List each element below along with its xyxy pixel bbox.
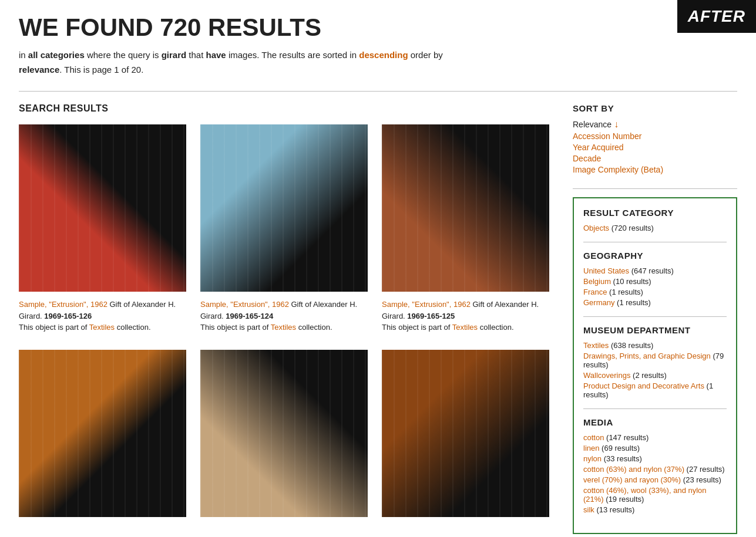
- sidebar-divider-3: [583, 316, 727, 317]
- filter-drawings-link[interactable]: Drawings, Prints, and Graphic Design: [583, 352, 711, 360]
- page-info: relevance. This is page 1 of 20.: [19, 65, 737, 75]
- sort-item-accession[interactable]: Accession Number: [573, 131, 737, 141]
- site-logo: AFTER: [677, 0, 756, 33]
- result-caption-1: Sample, "Extrusion", 1962 Gift of Alexan…: [19, 299, 186, 333]
- accession-3: 1969-165-125: [407, 312, 455, 320]
- filter-cotton-wool-nylon-count: (19 results): [606, 495, 644, 504]
- sort-decade-link[interactable]: Decade: [573, 154, 601, 163]
- filter-france-link[interactable]: France: [583, 288, 607, 296]
- query-label: girard: [162, 50, 187, 60]
- result-item: [382, 350, 549, 524]
- filter-cotton-nylon-link[interactable]: cotton (63%) and nylon (37%): [583, 465, 684, 474]
- filter-verel-count: (23 results): [683, 475, 721, 484]
- sort-item-relevance: Relevance ↓: [573, 119, 737, 130]
- filter-verel-link[interactable]: verel (70%) and rayon (30%): [583, 475, 681, 484]
- filter-silk[interactable]: silk (13 results): [583, 505, 727, 514]
- filter-objects[interactable]: Objects (720 results): [583, 224, 727, 232]
- filter-cotton-wool-nylon[interactable]: cotton (46%), wool (33%), and nylon (21%…: [583, 486, 727, 504]
- result-title-link-1[interactable]: Sample, "Extrusion", 1962: [19, 300, 107, 309]
- sort-arrow-icon: ↓: [614, 119, 619, 130]
- filter-drawings[interactable]: Drawings, Prints, and Graphic Design (79…: [583, 352, 727, 369]
- result-image-6[interactable]: [382, 350, 549, 517]
- filter-objects-link[interactable]: Objects: [583, 224, 609, 232]
- sort-item-complexity[interactable]: Image Complexity (Beta): [573, 165, 737, 174]
- filter-cotton-nylon[interactable]: cotton (63%) and nylon (37%) (27 results…: [583, 465, 727, 474]
- sort-relevance-label: Relevance: [573, 120, 611, 129]
- result-image-2[interactable]: [200, 124, 368, 292]
- sort-item-decade[interactable]: Decade: [573, 154, 737, 163]
- filter-france[interactable]: France (1 results): [583, 288, 727, 296]
- sort-complexity-link[interactable]: Image Complexity (Beta): [573, 165, 663, 174]
- filter-nylon[interactable]: nylon (33 results): [583, 454, 727, 463]
- filter-box: RESULT CATEGORY Objects (720 results) GE…: [573, 197, 737, 534]
- have-label: have: [206, 50, 226, 60]
- sort-by-title: SORT BY: [573, 103, 737, 113]
- filter-us-link[interactable]: United States: [583, 266, 629, 275]
- filter-germany[interactable]: Germany (1 results): [583, 298, 727, 307]
- collection-link-2[interactable]: Textiles: [271, 323, 296, 332]
- filter-germany-link[interactable]: Germany: [583, 298, 614, 307]
- filter-nylon-count: (33 results): [604, 454, 642, 463]
- accession-2: 1969-165-124: [226, 312, 273, 320]
- filter-cotton-link[interactable]: cotton: [583, 433, 604, 442]
- filter-belgium[interactable]: Belgium (10 results): [583, 277, 727, 286]
- filter-us[interactable]: United States (647 results): [583, 266, 727, 275]
- sort-order-link[interactable]: descending: [359, 50, 408, 60]
- sort-by-section: SORT BY Relevance ↓ Accession Number Yea…: [573, 103, 737, 174]
- result-image-5[interactable]: [200, 350, 368, 517]
- sidebar: SORT BY Relevance ↓ Accession Number Yea…: [573, 103, 737, 537]
- collection-link-1[interactable]: Textiles: [89, 323, 115, 332]
- filter-nylon-link[interactable]: nylon: [583, 454, 602, 463]
- collection-link-3[interactable]: Textiles: [452, 323, 478, 332]
- filter-linen-link[interactable]: linen: [583, 444, 599, 452]
- museum-dept-list: Textiles (638 results) Drawings, Prints,…: [583, 341, 727, 399]
- filter-product-design-link[interactable]: Product Design and Decorative Arts: [583, 381, 704, 390]
- result-image-1[interactable]: [19, 124, 186, 292]
- relevance-label: relevance: [19, 65, 59, 75]
- filter-silk-count: (13 results): [596, 505, 634, 514]
- filter-linen-count: (69 results): [602, 444, 640, 452]
- filter-cotton[interactable]: cotton (147 results): [583, 433, 727, 442]
- filter-germany-count: (1 results): [617, 298, 651, 307]
- filter-product-design[interactable]: Product Design and Decorative Arts (1 re…: [583, 381, 727, 399]
- media-title: MEDIA: [583, 417, 727, 427]
- result-item: Sample, "Extrusion", 1962 Gift of Alexan…: [382, 124, 549, 333]
- filter-belgium-link[interactable]: Belgium: [583, 277, 611, 286]
- filter-linen[interactable]: linen (69 results): [583, 444, 727, 452]
- sort-list: Relevance ↓ Accession Number Year Acquir…: [573, 119, 737, 174]
- result-item: [200, 350, 368, 524]
- sort-item-year[interactable]: Year Acquired: [573, 143, 737, 152]
- content-layout: SEARCH RESULTS Sample, "Extrusion", 1962…: [19, 103, 737, 537]
- sidebar-divider-4: [583, 408, 727, 409]
- result-title-link-3[interactable]: Sample, "Extrusion", 1962: [382, 300, 471, 309]
- result-category-title: RESULT CATEGORY: [583, 208, 727, 218]
- results-grid: Sample, "Extrusion", 1962 Gift of Alexan…: [19, 124, 549, 524]
- filter-wallcoverings-count: (2 results): [633, 371, 667, 380]
- category-label: all categories: [28, 50, 85, 60]
- result-image-4[interactable]: [19, 350, 186, 517]
- filter-wallcoverings[interactable]: Wallcoverings (2 results): [583, 371, 727, 380]
- sort-accession-link[interactable]: Accession Number: [573, 131, 642, 141]
- geography-title: GEOGRAPHY: [583, 251, 727, 261]
- sidebar-divider-1: [573, 188, 737, 189]
- sidebar-divider-2: [583, 242, 727, 242]
- filter-textiles[interactable]: Textiles (638 results): [583, 341, 727, 350]
- sort-year-link[interactable]: Year Acquired: [573, 143, 624, 152]
- filter-verel[interactable]: verel (70%) and rayon (30%) (23 results): [583, 475, 727, 484]
- filter-textiles-link[interactable]: Textiles: [583, 341, 609, 350]
- result-image-3[interactable]: [382, 124, 549, 292]
- search-results-title: SEARCH RESULTS: [19, 103, 549, 114]
- filter-us-count: (647 results): [631, 266, 674, 275]
- result-item: Sample, "Extrusion", 1962 Gift of Alexan…: [19, 124, 186, 333]
- result-title-link-2[interactable]: Sample, "Extrusion", 1962: [200, 300, 289, 309]
- filter-silk-link[interactable]: silk: [583, 505, 594, 514]
- filter-cotton-count: (147 results): [606, 433, 649, 442]
- filter-textiles-count: (638 results): [611, 341, 653, 350]
- media-list: cotton (147 results) linen (69 results) …: [583, 433, 727, 514]
- logo-text: AFTER: [688, 7, 745, 25]
- result-category-list: Objects (720 results): [583, 224, 727, 232]
- main-divider: [19, 91, 737, 92]
- filter-wallcoverings-link[interactable]: Wallcoverings: [583, 371, 630, 380]
- result-item: Sample, "Extrusion", 1962 Gift of Alexan…: [200, 124, 368, 333]
- filter-cotton-wool-nylon-link[interactable]: cotton (46%), wool (33%), and nylon (21%…: [583, 486, 707, 504]
